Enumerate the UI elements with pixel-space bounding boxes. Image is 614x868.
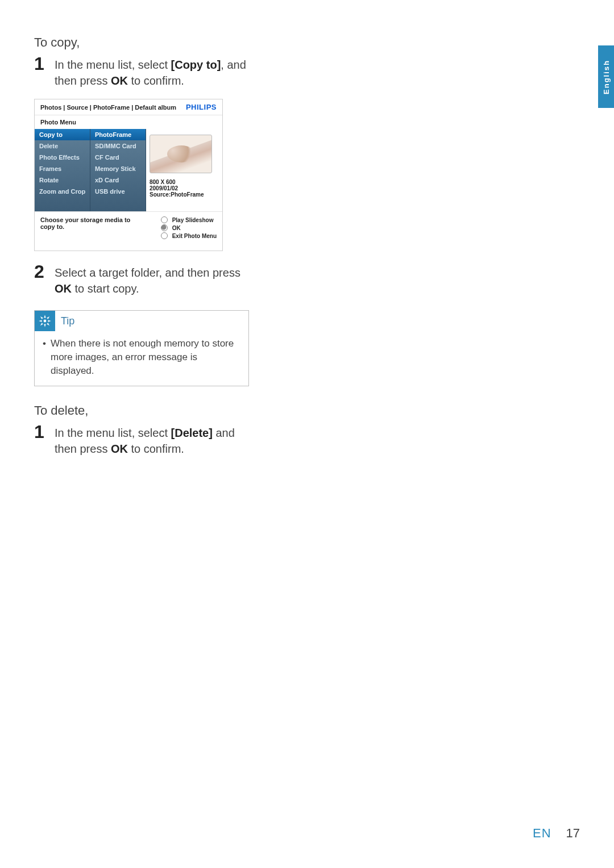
device-menu-item[interactable]: Rotate	[35, 174, 90, 186]
preview-source: Source:PhotoFrame	[150, 191, 219, 198]
footer-page-number: 17	[566, 826, 580, 841]
device-menu-item[interactable]: Frames	[35, 163, 90, 174]
heading-to-copy: To copy,	[34, 35, 250, 50]
language-side-tab-label: English	[602, 60, 611, 94]
text-fragment: to confirm.	[128, 74, 184, 87]
step-number: 1	[34, 423, 55, 441]
brand-logo: PHILIPS	[186, 103, 217, 111]
device-menu-col1: Copy toDeletePhoto EffectsFramesRotateZo…	[35, 129, 90, 211]
device-footer: Choose your storage media to copy to. Pl…	[35, 211, 222, 251]
photo-thumbnail	[150, 135, 212, 173]
device-screenshot: Photos | Source | PhotoFrame | Default a…	[34, 99, 223, 251]
step-copy-2: 2 Select a target folder, and then press…	[34, 261, 250, 297]
device-action-label: Play Slideshow	[172, 217, 217, 223]
step-number: 2	[34, 262, 55, 281]
device-submenu-item[interactable]: Memory Stick	[90, 163, 146, 174]
bullet: •	[43, 337, 51, 378]
text-bold: [Copy to]	[171, 59, 221, 71]
language-side-tab: English	[598, 45, 614, 108]
tip-body: • When there is not enough memory to sto…	[35, 331, 248, 386]
device-menu-item[interactable]: Copy to	[35, 129, 90, 140]
asterisk-icon	[35, 311, 55, 331]
tip-box: Tip • When there is not enough memory to…	[34, 310, 249, 386]
device-body: Copy toDeletePhoto EffectsFramesRotateZo…	[35, 129, 222, 211]
svg-point-0	[44, 320, 47, 323]
nav-dot-icon	[161, 224, 168, 231]
text-bold: [Delete]	[171, 427, 213, 439]
device-menu-title: Photo Menu	[35, 115, 222, 129]
device-action-list: Play SlideshowOKExit Photo Menu	[161, 216, 217, 239]
text-bold: OK	[55, 282, 72, 295]
text-bold: OK	[111, 74, 128, 87]
text-fragment: In the menu list, select	[55, 59, 171, 71]
device-menu-item[interactable]: Photo Effects	[35, 152, 90, 163]
device-menu-item[interactable]: Delete	[35, 140, 90, 152]
device-menu-item[interactable]: Zoom and Crop	[35, 186, 90, 197]
step-delete-1: 1 In the menu list, select [Delete] and …	[34, 422, 250, 457]
tip-title: Tip	[61, 315, 74, 327]
step-copy-1: 1 In the menu list, select [Copy to], an…	[34, 53, 250, 89]
tip-header: Tip	[35, 311, 248, 331]
preview-resolution: 800 X 600	[150, 179, 219, 185]
content-column: To copy, 1 In the menu list, select [Cop…	[34, 35, 250, 457]
text-fragment: Select a target folder, and then press	[55, 266, 240, 279]
device-submenu-item[interactable]: PhotoFrame	[90, 129, 146, 140]
device-breadcrumb: Photos | Source | PhotoFrame | Default a…	[40, 104, 176, 111]
device-submenu-item[interactable]: xD Card	[90, 174, 146, 186]
text-fragment: In the menu list, select	[55, 427, 171, 439]
step-text: In the menu list, select [Delete] and th…	[55, 425, 250, 457]
nav-dot-icon	[161, 232, 168, 239]
device-submenu-item[interactable]: USB drive	[90, 186, 146, 197]
nav-dot-icon	[161, 216, 168, 223]
device-action-label: OK	[172, 225, 217, 231]
device-header: Photos | Source | PhotoFrame | Default a…	[35, 99, 222, 115]
step-text: Select a target folder, and then press O…	[55, 265, 250, 297]
footer-language: EN	[533, 826, 551, 841]
tip-text: When there is not enough memory to store…	[51, 337, 240, 378]
device-action-label: Exit Photo Menu	[172, 233, 217, 239]
heading-to-delete: To delete,	[34, 403, 250, 418]
step-text: In the menu list, select [Copy to], and …	[55, 57, 250, 89]
text-fragment: to confirm.	[128, 443, 184, 455]
device-hint: Choose your storage media to copy to.	[40, 216, 131, 230]
device-submenu-item[interactable]: CF Card	[90, 152, 146, 163]
step-number: 1	[34, 55, 55, 73]
preview-date: 2009/01/02	[150, 185, 219, 191]
page-footer: EN 17	[533, 826, 580, 841]
device-submenu-item[interactable]: SD/MMC Card	[90, 140, 146, 152]
device-preview-pane: 800 X 600 2009/01/02 Source:PhotoFrame	[146, 129, 222, 211]
text-bold: OK	[111, 443, 128, 455]
device-menu-col2: PhotoFrameSD/MMC CardCF CardMemory Stick…	[90, 129, 146, 211]
text-fragment: to start copy.	[72, 282, 139, 295]
